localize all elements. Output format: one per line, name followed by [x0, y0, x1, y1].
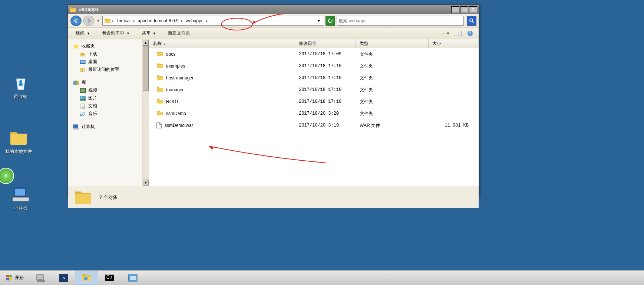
back-button[interactable]: [70, 16, 82, 26]
sidebar-videos[interactable]: 视频: [73, 86, 139, 94]
file-row[interactable]: docs2017/10/18 17:09文件夹: [149, 48, 479, 60]
chevron-right-icon[interactable]: ▸: [205, 19, 209, 23]
library-icon: [73, 80, 79, 86]
sidebar-computer[interactable]: 计算机: [73, 123, 139, 131]
taskbar-powershell[interactable]: >: [52, 271, 75, 285]
column-headers: 名称▴ 修改日期 类型 大小: [149, 39, 479, 48]
svg-rect-22: [80, 89, 85, 92]
help-button[interactable]: ?: [467, 30, 473, 37]
chevron-right-icon[interactable]: ▸: [111, 19, 115, 23]
sidebar-pictures[interactable]: 图片: [73, 94, 139, 102]
column-type-header[interactable]: 类型: [356, 39, 429, 48]
address-bar[interactable]: ▸ Tomcat ▸ apache-tomcat-8.0.9 ▸ webapps…: [102, 16, 324, 26]
file-size: 11,081 KB: [429, 123, 476, 128]
command-toolbar: 组织▼ 包含到库中▼ 共享▼ 新建文件夹 ▼ ?: [68, 27, 479, 39]
file-icon: [156, 122, 162, 128]
forward-button[interactable]: [83, 16, 94, 26]
file-type: 文件夹: [356, 75, 429, 81]
breadcrumb-segment[interactable]: apache-tomcat-8.0.9: [136, 18, 180, 23]
navigation-pane: ⭐收藏夹 下载 桌面 最近访问的位置 库 视频 图片 文档 音乐 计算机 ▲: [68, 39, 149, 186]
file-date: 2017/10/20 3:20: [295, 111, 356, 116]
svg-text:>: >: [62, 276, 65, 281]
column-name-header[interactable]: 名称▴: [149, 39, 295, 48]
file-date: 2017/10/18 17:10: [295, 75, 356, 81]
downloads-icon: [79, 51, 86, 57]
file-row[interactable]: ROOT2017/10/18 17:10文件夹: [149, 96, 479, 108]
file-type: 文件夹: [356, 51, 429, 58]
svg-rect-1: [15, 189, 25, 196]
scroll-down-button[interactable]: ▼: [143, 180, 149, 186]
desktop-icon-recycle-bin[interactable]: 回收站: [6, 74, 36, 100]
maximize-button[interactable]: □: [460, 6, 468, 13]
search-box[interactable]: [337, 16, 464, 26]
file-row[interactable]: manager2017/10/18 17:10文件夹: [149, 84, 479, 96]
svg-point-26: [81, 97, 82, 98]
recent-icon: [79, 67, 86, 73]
start-button[interactable]: 开始: [0, 271, 29, 285]
file-name: docs: [166, 52, 175, 57]
svg-rect-5: [443, 33, 443, 33]
folder-icon: [156, 87, 163, 93]
desktop-icon-label: 我的本地文件: [4, 148, 33, 155]
documents-icon: [79, 103, 86, 109]
taskbar-server-manager[interactable]: [29, 271, 52, 285]
file-type: 文件夹: [356, 87, 429, 93]
history-dropdown[interactable]: ▼: [96, 19, 101, 23]
sidebar-music[interactable]: 音乐: [73, 110, 139, 118]
file-row[interactable]: ssmDemo.war2017/10/20 3:19WAR 文件11,081 K…: [149, 119, 479, 131]
organize-menu[interactable]: 组织▼: [73, 29, 92, 37]
file-date: 2017/10/18 17:10: [295, 99, 356, 104]
scroll-up-button[interactable]: ▲: [143, 40, 149, 46]
svg-rect-2: [13, 197, 29, 201]
breadcrumb-segment[interactable]: Tomcat: [115, 18, 132, 23]
file-row[interactable]: host-manager2017/10/18 17:10文件夹: [149, 72, 479, 84]
column-size-header[interactable]: 大小: [429, 39, 476, 48]
search-button[interactable]: [467, 16, 476, 26]
preview-pane-button[interactable]: [455, 30, 462, 37]
svg-rect-11: [455, 31, 462, 36]
file-row[interactable]: ssmDemo2017/10/20 3:20文件夹: [149, 108, 479, 119]
folder-icon: [70, 7, 76, 13]
sidebar-favorites[interactable]: ⭐收藏夹: [73, 42, 139, 50]
svg-rect-19: [75, 81, 77, 85]
folder-icon: [156, 51, 163, 57]
refresh-button[interactable]: [326, 16, 335, 26]
file-name: examples: [166, 63, 185, 69]
svg-point-3: [470, 19, 473, 22]
titlebar[interactable]: webapps ─ □ ✕: [68, 5, 479, 14]
folder-icon: [10, 129, 27, 147]
new-folder-button[interactable]: 新建文件夹: [166, 29, 192, 37]
close-button[interactable]: ✕: [469, 6, 477, 13]
breadcrumb-segment[interactable]: webapps: [184, 18, 205, 23]
taskbar-app[interactable]: [121, 271, 144, 285]
sidebar-recent[interactable]: 最近访问的位置: [73, 66, 139, 73]
search-input[interactable]: [338, 18, 462, 23]
sidebar-library[interactable]: 库: [73, 79, 139, 86]
desktop-icon-local-files[interactable]: 我的本地文件: [4, 129, 33, 155]
sidebar-downloads[interactable]: 下载: [73, 50, 139, 58]
scroll-thumb[interactable]: [143, 46, 149, 91]
desktop-icon-computer[interactable]: 计算机: [6, 186, 36, 211]
svg-line-4: [472, 22, 474, 23]
pictures-icon: [79, 95, 86, 101]
share-menu[interactable]: 共享▼: [139, 29, 158, 37]
scrollbar[interactable]: ▲ ▼: [142, 39, 149, 186]
minimize-button[interactable]: ─: [451, 6, 459, 13]
address-dropdown[interactable]: ▾: [316, 18, 322, 23]
svg-rect-24: [85, 88, 86, 93]
svg-text:?: ?: [469, 31, 471, 36]
svg-rect-18: [73, 81, 75, 85]
sidebar-documents[interactable]: 文档: [73, 102, 139, 110]
view-options-button[interactable]: ▼: [443, 30, 450, 37]
file-type: WAR 文件: [356, 122, 429, 129]
file-row[interactable]: examples2017/10/18 17:10文件夹: [149, 60, 479, 72]
column-date-header[interactable]: 修改日期: [295, 39, 356, 48]
chevron-right-icon[interactable]: ▸: [180, 19, 184, 23]
nav-toolbar: ▼ ▸ Tomcat ▸ apache-tomcat-8.0.9 ▸ webap…: [68, 14, 479, 27]
start-label: 开始: [15, 275, 24, 281]
chevron-right-icon[interactable]: ▸: [132, 19, 136, 23]
taskbar-explorer[interactable]: [75, 271, 98, 285]
sidebar-desktop[interactable]: 桌面: [73, 58, 139, 66]
include-in-library-menu[interactable]: 包含到库中▼: [100, 29, 132, 37]
taskbar-cmd[interactable]: C:\: [98, 271, 121, 285]
